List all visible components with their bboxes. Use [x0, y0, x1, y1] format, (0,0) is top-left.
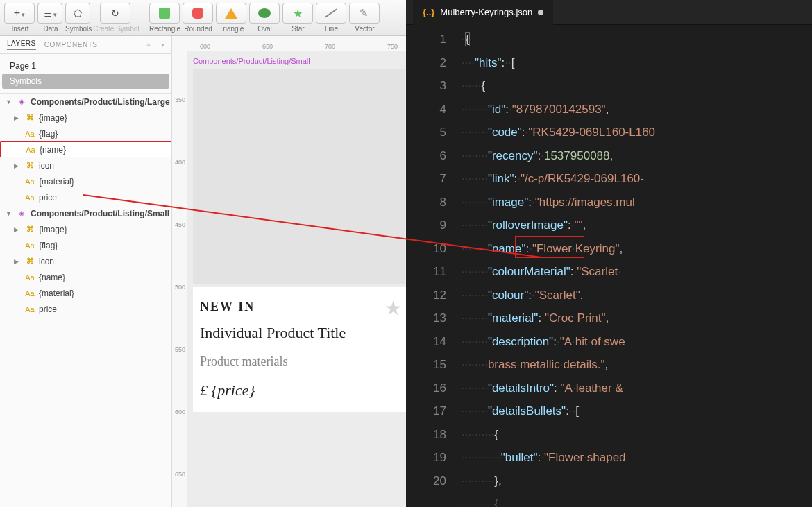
layers-list: ▼◈Components/Product/Listing/Large▶⌘{ima…: [0, 94, 171, 507]
artboard-label[interactable]: Components/Product/Listing/Small: [193, 57, 310, 65]
product-flag: NEW IN: [200, 300, 399, 314]
layer-group[interactable]: ▼◈Components/Product/Listing/Large: [0, 94, 171, 110]
layer-item[interactable]: Aa{name}: [0, 269, 171, 285]
layer-item[interactable]: ▶⌘icon: [0, 253, 171, 269]
product-price: £ {price}: [200, 381, 399, 399]
toolbar-rounded[interactable]: Rounded: [183, 3, 214, 33]
line-icon: [325, 8, 337, 17]
toolbar-data[interactable]: Data: [37, 3, 64, 33]
star-icon: [293, 7, 303, 20]
sketch-app: Insert Data Symbols Create Symbol Rectan…: [0, 0, 406, 507]
toolbar-oval[interactable]: Oval: [249, 3, 281, 33]
tab-filename: Mulberry-Keyrings.json: [440, 7, 532, 17]
layer-item[interactable]: Aaprice: [0, 189, 171, 205]
layer-item[interactable]: ▶⌘{image}: [0, 221, 171, 237]
code-editor[interactable]: 1234567891011121314151617181920 ·{····"h…: [406, 25, 812, 507]
toolbar-star[interactable]: Star: [282, 3, 314, 33]
oval-icon: [258, 8, 271, 18]
tab-components[interactable]: COMPONENTS: [44, 41, 98, 49]
toolbar-create-symbol: Create Symbol: [93, 3, 139, 33]
product-card: ★ NEW IN Individual Product Title Produc…: [193, 287, 406, 412]
layer-item-highlighted[interactable]: Aa{name}: [0, 141, 171, 157]
chevron-down-icon[interactable]: ▾: [161, 41, 165, 49]
add-page-icon[interactable]: ＋: [145, 40, 153, 50]
chevron-down-icon: [20, 7, 25, 19]
canvas[interactable]: 🔒 600 650 700 750 350 400 450 500 550 60…: [172, 36, 406, 507]
toolbar-line[interactable]: Line: [316, 3, 348, 33]
unsaved-dot-icon: [538, 10, 543, 15]
editor-tabs: {..} Mulberry-Keyrings.json: [406, 0, 812, 25]
favorite-star-icon[interactable]: ★: [384, 297, 402, 320]
product-title: Individual Product Title: [200, 324, 399, 342]
editor-tab[interactable]: {..} Mulberry-Keyrings.json: [413, 0, 553, 25]
refresh-icon: [111, 7, 119, 19]
layer-item[interactable]: Aa{flag}: [0, 126, 171, 141]
layer-item[interactable]: ▶⌘{image}: [0, 110, 171, 126]
layer-item[interactable]: ▶⌘icon: [0, 157, 171, 173]
tab-layers[interactable]: LAYERS: [7, 40, 36, 50]
triangle-icon: [225, 8, 237, 19]
page-item[interactable]: Page 1: [0, 58, 171, 74]
code-content[interactable]: ·{····"hits":··[······{········"id":·"87…: [462, 25, 812, 507]
toolbar-insert[interactable]: Insert: [4, 3, 36, 33]
page-item-selected[interactable]: Symbols: [2, 74, 169, 89]
layer-item[interactable]: Aa{material}: [0, 285, 171, 301]
plus-icon: [14, 7, 20, 19]
layer-item[interactable]: Aa{flag}: [0, 237, 171, 253]
line-numbers: 1234567891011121314151617181920: [406, 25, 462, 507]
vector-icon: [360, 7, 369, 19]
vscode-editor: {..} Mulberry-Keyrings.json 123456789101…: [406, 0, 812, 507]
ruler-horizontal: 600 650 700 750: [172, 36, 406, 51]
sketch-toolbar: Insert Data Symbols Create Symbol Rectan…: [0, 0, 406, 36]
ruler-vertical: 350 400 450 500 550 600 650: [172, 51, 187, 507]
artboard-image-placeholder[interactable]: [193, 69, 405, 284]
rectangle-icon: [159, 8, 170, 19]
layer-group[interactable]: ▼◈Components/Product/Listing/Small: [0, 205, 171, 221]
rounded-rect-icon: [192, 8, 203, 19]
stack-icon: [44, 7, 52, 19]
toolbar-symbols[interactable]: Symbols: [65, 3, 92, 33]
pentagon-icon: [74, 7, 82, 19]
product-material: Product materials: [200, 354, 399, 369]
layers-panel: LAYERS COMPONENTS ＋ ▾ Page 1 Symbols ▼◈C…: [0, 36, 172, 507]
layer-item[interactable]: Aa{material}: [0, 173, 171, 189]
toolbar-vector[interactable]: Vector: [349, 3, 381, 33]
json-file-icon: {..}: [423, 7, 434, 17]
layer-item[interactable]: Aaprice: [0, 301, 171, 317]
toolbar-rectangle[interactable]: Rectangle: [149, 3, 181, 33]
toolbar-triangle[interactable]: Triangle: [216, 3, 248, 33]
